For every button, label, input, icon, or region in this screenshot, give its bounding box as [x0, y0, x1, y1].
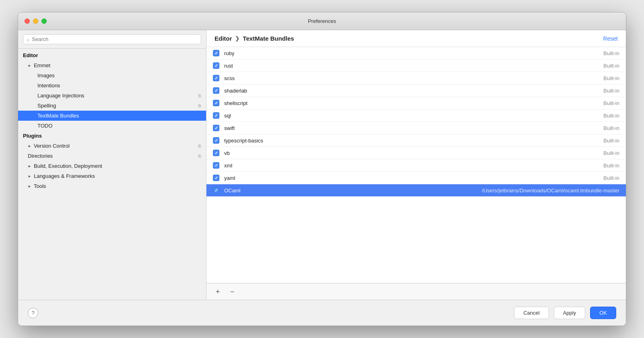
search-wrapper[interactable]: ⌕	[23, 34, 201, 44]
bundle-source-vb: Built-in	[603, 150, 619, 156]
bundle-row-ruby[interactable]: ✓ ruby Built-in	[206, 47, 626, 60]
bundle-row-scss[interactable]: ✓ scss Built-in	[206, 72, 626, 84]
footer: ? Cancel Apply OK	[18, 300, 626, 326]
add-bundle-button[interactable]: +	[213, 287, 223, 297]
sidebar-item-images[interactable]: Images	[18, 70, 206, 80]
bundle-source-xml: Built-in	[603, 163, 619, 169]
version-control-label: Version Control	[34, 143, 70, 149]
chevron-right-icon: ►	[28, 64, 31, 68]
bundle-row-yaml[interactable]: ✓ yaml Built-in	[206, 172, 626, 184]
build-label: Build, Execution, Deployment	[34, 163, 102, 169]
sidebar-item-intentions[interactable]: Intentions	[18, 80, 206, 91]
right-panel: Editor ❯ TextMate Bundles Reset ✓ ruby B…	[206, 30, 626, 300]
breadcrumb-current: TextMate Bundles	[243, 35, 294, 42]
chevron-right-icon: ►	[28, 144, 31, 148]
search-icon: ⌕	[27, 37, 29, 42]
bundle-row-shellscript[interactable]: ✓ shellscript Built-in	[206, 97, 626, 109]
bundle-source-typescript-basics: Built-in	[603, 138, 619, 144]
sidebar-item-version-control[interactable]: ► Version Control ⎘	[18, 141, 206, 151]
sidebar-item-languages-frameworks[interactable]: ► Languages & Frameworks	[18, 171, 206, 181]
textmate-bundles-label: TextMate Bundles	[37, 113, 79, 119]
checkbox-shellscript[interactable]: ✓	[213, 100, 219, 106]
bundle-name-rust: rust	[224, 63, 599, 69]
sidebar-item-tools[interactable]: ► Tools	[18, 181, 206, 191]
sidebar-item-editor[interactable]: Editor	[18, 50, 206, 60]
checkbox-shaderlab[interactable]: ✓	[213, 87, 219, 94]
bundle-name-ruby: ruby	[224, 50, 599, 56]
help-button[interactable]: ?	[28, 308, 38, 318]
bundle-name-typescript-basics: typescript-basics	[224, 138, 599, 144]
search-box: ⌕	[18, 30, 206, 49]
remove-bundle-button[interactable]: −	[227, 287, 237, 297]
todo-label: TODO	[37, 123, 52, 129]
sidebar-item-directories[interactable]: Directories ⎘	[18, 151, 206, 161]
close-button[interactable]	[25, 19, 30, 24]
bundle-row-vb[interactable]: ✓ vb Built-in	[206, 147, 626, 159]
checkbox-scss[interactable]: ✓	[213, 75, 219, 81]
bundle-row-ocaml[interactable]: ✓ OCaml /Users/jetbrains/Downloads/OCaml…	[206, 184, 626, 197]
sidebar-item-todo[interactable]: TODO	[18, 121, 206, 131]
bundle-name-scss: scss	[224, 75, 599, 81]
languages-label: Languages & Frameworks	[34, 173, 95, 179]
checkbox-ruby[interactable]: ✓	[213, 50, 219, 56]
reset-button[interactable]: Reset	[603, 35, 618, 42]
checkbox-ocaml[interactable]: ✓	[213, 187, 219, 194]
maximize-button[interactable]	[41, 19, 47, 24]
bundle-source-ocaml: /Users/jetbrains/Downloads/OCaml/ocaml.t…	[482, 188, 619, 194]
bundle-name-sql: sql	[224, 113, 599, 119]
checkbox-xml[interactable]: ✓	[213, 162, 219, 169]
search-input[interactable]	[32, 36, 198, 42]
bundle-name-xml: xml	[224, 163, 599, 169]
breadcrumb: Editor ❯ TextMate Bundles	[215, 35, 294, 42]
sidebar: ⌕ Editor ► Emmet Images	[18, 30, 206, 300]
sidebar-item-language-injections[interactable]: Language Injections ⎘	[18, 91, 206, 101]
checkbox-yaml[interactable]: ✓	[213, 175, 219, 181]
breadcrumb-arrow-icon: ❯	[235, 35, 239, 41]
bundle-source-shaderlab: Built-in	[603, 88, 619, 94]
copy-icon: ⎘	[198, 144, 201, 148]
bundle-name-ocaml: OCaml	[224, 188, 477, 194]
minimize-button[interactable]	[33, 19, 38, 24]
panel-header: Editor ❯ TextMate Bundles Reset	[206, 30, 626, 47]
emmet-label: Emmet	[34, 62, 50, 68]
sidebar-item-build-execution-deployment[interactable]: ► Build, Execution, Deployment	[18, 161, 206, 171]
bundle-row-typescript-basics[interactable]: ✓ typescript-basics Built-in	[206, 134, 626, 147]
checkbox-vb[interactable]: ✓	[213, 150, 219, 156]
main-content: ⌕ Editor ► Emmet Images	[18, 30, 626, 300]
images-label: Images	[37, 72, 55, 78]
bundle-toolbar: + −	[206, 283, 626, 300]
sidebar-tree: Editor ► Emmet Images Intentions Languag…	[18, 49, 206, 300]
spelling-label: Spelling	[37, 103, 56, 109]
bundle-name-yaml: yaml	[224, 175, 599, 181]
ok-button[interactable]: OK	[590, 307, 616, 319]
copy-icon: ⎘	[198, 154, 201, 159]
bundle-row-sql[interactable]: ✓ sql Built-in	[206, 109, 626, 122]
checkbox-typescript-basics[interactable]: ✓	[213, 137, 219, 144]
checkbox-swift[interactable]: ✓	[213, 125, 219, 131]
copy-icon: ⎘	[198, 103, 201, 108]
bundle-name-vb: vb	[224, 150, 599, 156]
titlebar: Preferences	[18, 12, 626, 30]
apply-button[interactable]: Apply	[554, 307, 586, 319]
traffic-lights	[25, 19, 47, 24]
checkbox-sql[interactable]: ✓	[213, 112, 219, 119]
bundle-row-rust[interactable]: ✓ rust Built-in	[206, 60, 626, 72]
language-injections-label: Language Injections	[37, 93, 84, 99]
editor-label: Editor	[23, 52, 38, 58]
sidebar-item-plugins[interactable]: Plugins	[18, 131, 206, 141]
chevron-right-icon: ►	[28, 164, 31, 168]
bundle-row-xml[interactable]: ✓ xml Built-in	[206, 159, 626, 172]
checkbox-rust[interactable]: ✓	[213, 62, 219, 69]
sidebar-item-spelling[interactable]: Spelling ⎘	[18, 101, 206, 111]
bundle-row-swift[interactable]: ✓ swift Built-in	[206, 122, 626, 134]
cancel-button[interactable]: Cancel	[514, 307, 549, 319]
breadcrumb-parent: Editor	[215, 35, 232, 42]
bundle-list: ✓ ruby Built-in ✓ rust Built-in ✓ scss B…	[206, 47, 626, 283]
bundle-source-sql: Built-in	[603, 113, 619, 119]
bundle-source-yaml: Built-in	[603, 175, 619, 181]
sidebar-item-emmet[interactable]: ► Emmet	[18, 60, 206, 70]
sidebar-item-textmate-bundles[interactable]: TextMate Bundles	[18, 111, 206, 121]
bundle-source-swift: Built-in	[603, 125, 619, 131]
bundle-row-shaderlab[interactable]: ✓ shaderlab Built-in	[206, 84, 626, 97]
bundle-source-ruby: Built-in	[603, 50, 619, 56]
